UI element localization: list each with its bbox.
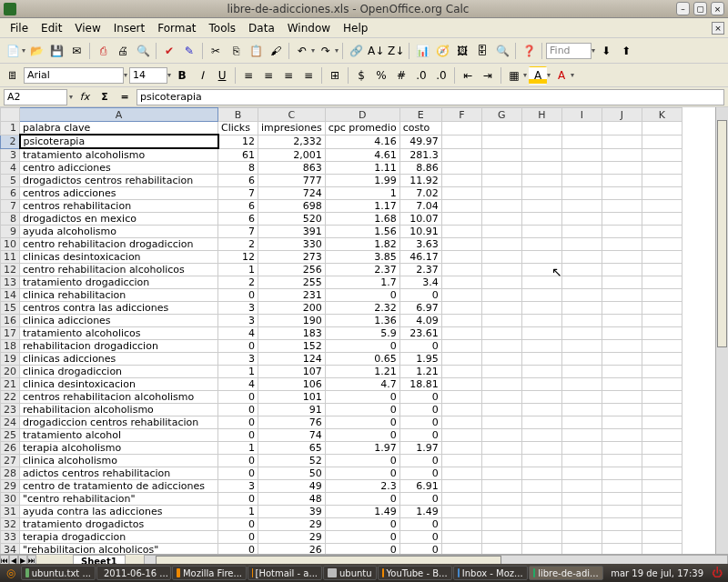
cell-empty[interactable] <box>521 467 561 480</box>
cell-B24[interactable]: 0 <box>218 416 258 429</box>
cell-reference-input[interactable] <box>4 89 67 105</box>
cell-B5[interactable]: 6 <box>218 175 258 187</box>
email-icon[interactable]: ✉ <box>67 42 86 60</box>
cell-empty[interactable] <box>441 226 481 238</box>
cell-empty[interactable] <box>561 276 602 289</box>
cell-empty[interactable] <box>561 455 602 467</box>
cell-A32[interactable]: tratamiento drogadictos <box>20 518 218 531</box>
row-header-20[interactable]: 20 <box>1 366 20 378</box>
chart-icon[interactable]: 📊 <box>413 42 431 60</box>
spreadsheet-grid[interactable]: ABCDEFGHIJK1palabra claveClicksimpresion… <box>0 107 728 554</box>
cell-empty[interactable] <box>521 162 561 175</box>
cell-empty[interactable] <box>602 506 642 518</box>
cell-empty[interactable] <box>602 264 642 276</box>
cell-empty[interactable] <box>481 264 521 276</box>
cell-empty[interactable] <box>481 148 521 162</box>
cell-empty[interactable] <box>561 391 602 404</box>
autospell-icon[interactable]: ✎ <box>180 42 198 60</box>
menu-view[interactable]: View <box>68 20 106 36</box>
cell-E32[interactable]: 0 <box>399 518 441 531</box>
cell-empty[interactable] <box>521 442 561 455</box>
cell-A15[interactable]: centros contra las adicciones <box>20 302 218 315</box>
cell-empty[interactable] <box>602 213 642 226</box>
cell-E9[interactable]: 10.91 <box>399 226 441 238</box>
cell-empty[interactable] <box>602 480 642 493</box>
cell-empty[interactable] <box>481 404 521 416</box>
row-header-31[interactable]: 31 <box>1 506 20 518</box>
cell-empty[interactable] <box>561 378 602 391</box>
menu-data[interactable]: Data <box>242 20 281 36</box>
cell-empty[interactable] <box>441 122 481 135</box>
cell-E13[interactable]: 3.4 <box>399 276 441 289</box>
cell-B9[interactable]: 7 <box>218 226 258 238</box>
cell-empty[interactable] <box>441 506 481 518</box>
cell-empty[interactable] <box>642 340 682 353</box>
cell-empty[interactable] <box>561 200 602 213</box>
row-header-13[interactable]: 13 <box>1 276 20 289</box>
cell-empty[interactable] <box>481 238 521 251</box>
bgcolor-icon[interactable]: A <box>529 66 547 85</box>
cell-empty[interactable] <box>602 162 642 175</box>
cell-empty[interactable] <box>481 506 521 518</box>
cell-B23[interactable]: 0 <box>218 404 258 416</box>
cell-C11[interactable]: 273 <box>258 251 326 264</box>
cell-D32[interactable]: 0 <box>325 518 399 531</box>
cell-A27[interactable]: clinica alcoholismo <box>20 455 218 467</box>
vertical-scrollbar[interactable] <box>715 107 728 554</box>
cell-empty[interactable] <box>561 148 602 162</box>
cell-empty[interactable] <box>441 531 481 544</box>
cell-E4[interactable]: 8.86 <box>399 162 441 175</box>
maximize-button[interactable]: ▢ <box>693 2 707 15</box>
zoom-icon[interactable]: 🔍 <box>493 42 511 60</box>
cell-D25[interactable]: 0 <box>325 429 399 442</box>
cell-E1[interactable]: costo <box>399 122 441 135</box>
help-icon[interactable]: ❓ <box>520 42 538 60</box>
col-header-A[interactable]: A <box>20 108 218 122</box>
cell-B19[interactable]: 3 <box>218 353 258 366</box>
cell-C7[interactable]: 698 <box>258 200 326 213</box>
cell-empty[interactable] <box>481 289 521 302</box>
cell-empty[interactable] <box>481 327 521 340</box>
cell-empty[interactable] <box>521 148 561 162</box>
cell-C34[interactable]: 26 <box>258 544 326 555</box>
cell-B27[interactable]: 0 <box>218 455 258 467</box>
cell-empty[interactable] <box>602 455 642 467</box>
cell-empty[interactable] <box>642 518 682 531</box>
row-header-19[interactable]: 19 <box>1 353 20 366</box>
cell-empty[interactable] <box>521 531 561 544</box>
cell-B20[interactable]: 1 <box>218 366 258 378</box>
cell-C3[interactable]: 2,001 <box>258 148 326 162</box>
cell-empty[interactable] <box>561 518 602 531</box>
col-header-F[interactable]: F <box>441 108 481 122</box>
redo-icon[interactable]: ↷ <box>317 42 335 60</box>
cell-empty[interactable] <box>602 175 642 187</box>
cell-C25[interactable]: 74 <box>258 429 326 442</box>
paste-icon[interactable]: 📋 <box>247 42 265 60</box>
cell-E28[interactable]: 0 <box>399 467 441 480</box>
new-icon[interactable]: 📄 <box>4 42 22 60</box>
cell-empty[interactable] <box>481 493 521 506</box>
cell-empty[interactable] <box>441 213 481 226</box>
cell-empty[interactable] <box>561 187 602 200</box>
cell-E10[interactable]: 3.63 <box>399 238 441 251</box>
cell-empty[interactable] <box>642 175 682 187</box>
cell-empty[interactable] <box>642 442 682 455</box>
cell-A33[interactable]: terapia drogadiccion <box>20 531 218 544</box>
cell-D4[interactable]: 1.11 <box>325 162 399 175</box>
cell-empty[interactable] <box>441 480 481 493</box>
cell-empty[interactable] <box>521 506 561 518</box>
cell-empty[interactable] <box>521 200 561 213</box>
cell-empty[interactable] <box>561 531 602 544</box>
cell-empty[interactable] <box>441 289 481 302</box>
cell-empty[interactable] <box>642 391 682 404</box>
spellcheck-icon[interactable]: ✔ <box>160 42 178 60</box>
cell-empty[interactable] <box>561 238 602 251</box>
cell-empty[interactable] <box>521 378 561 391</box>
cell-empty[interactable] <box>561 175 602 187</box>
cell-C5[interactable]: 777 <box>258 175 326 187</box>
cell-D23[interactable]: 0 <box>325 404 399 416</box>
task-item[interactable]: Mozilla Fire... <box>172 566 247 580</box>
cell-empty[interactable] <box>602 238 642 251</box>
cell-empty[interactable] <box>642 416 682 429</box>
cell-empty[interactable] <box>602 429 642 442</box>
